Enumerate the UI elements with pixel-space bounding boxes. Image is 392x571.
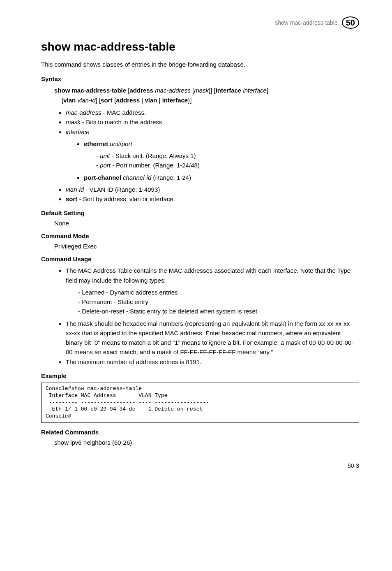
kw-port-channel: port-channel <box>84 174 121 181</box>
param-desc: - VLAN ID (Range: 1-4093) <box>84 186 160 193</box>
usage-types-list: Learned - Dynamic address entries Perman… <box>66 288 359 316</box>
default-setting-text: None <box>54 220 359 227</box>
interface-sublist: ethernet unit/port unit - Stack unit. (R… <box>66 139 359 182</box>
command-mode-heading: Command Mode <box>41 232 359 239</box>
param-desc: - Bits to match in the address. <box>81 118 164 125</box>
kw-address: address <box>129 87 153 94</box>
param-name: interface <box>66 128 90 135</box>
default-setting-heading: Default Setting <box>41 209 359 216</box>
param-name: mac-address <box>66 109 101 116</box>
example-heading: Example <box>41 372 359 379</box>
param-vlan-id: vlan-id - VLAN ID (Range: 1-4093) <box>66 185 359 194</box>
txt: [ <box>191 87 194 94</box>
kw-sort: sort <box>101 97 112 104</box>
usage-type-permanent: Permanent - Static entry <box>84 297 359 306</box>
txt: ] [ <box>96 97 101 104</box>
arg-port: port <box>122 140 132 147</box>
example-code-block: Console#show mac-address-table Interface… <box>41 383 359 423</box>
related-commands-text: show ipv6 neighbors (60-26) <box>54 439 359 446</box>
param-name: vlan-id <box>66 186 84 193</box>
page-number: 50-3 <box>41 462 359 469</box>
param-desc: - Port number. (Range: 1-24/48) <box>111 162 200 169</box>
syntax-line-2: [vlan vlan-id] [sort {address | vlan | i… <box>62 95 359 105</box>
param-desc: - Stack unit. (Range: Always 1) <box>110 152 196 159</box>
kw-interface2: interface <box>162 97 188 104</box>
param-port-channel: port-channel channel-id (Range: 1-24) <box>84 173 359 182</box>
kw-address2: address <box>116 97 140 104</box>
param-desc: (Range: 1-24) <box>151 174 191 181</box>
param-interface: interface ethernet unit/port unit - Stac… <box>66 127 359 182</box>
kw-interface: interface <box>216 87 242 94</box>
ethernet-sublist: unit - Stack unit. (Range: Always 1) por… <box>84 151 359 170</box>
txt: }] <box>188 97 191 104</box>
kw-show-mac: show mac-address-table <box>54 87 126 94</box>
param-unit: unit - Stack unit. (Range: Always 1) <box>102 151 359 160</box>
syntax-heading: Syntax <box>41 75 359 82</box>
syntax-line-1: show mac-address-table [address mac-addr… <box>54 86 359 95</box>
page-title: show mac-address-table <box>41 40 359 53</box>
param-port: port - Port number. (Range: 1-24/48) <box>102 160 359 170</box>
param-name: mask <box>66 118 81 125</box>
command-mode-text: Privileged Exec <box>54 243 359 250</box>
param-desc: - Sort by address, vlan or interface. <box>77 195 175 202</box>
txt: | <box>157 97 162 104</box>
chapter-number-badge: 50 <box>342 16 359 29</box>
param-name: port <box>100 162 111 169</box>
arg-mask: mask <box>194 87 209 94</box>
arg-unit: unit <box>110 140 120 147</box>
running-header: show mac-address-table 50 <box>41 16 359 29</box>
command-usage-list: The MAC Address Table contains the MAC a… <box>41 266 359 367</box>
param-mask: mask - Bits to match in the address. <box>66 117 359 127</box>
usage-item-2: The mask should be hexadecimal numbers (… <box>66 319 359 357</box>
command-usage-heading: Command Usage <box>41 255 359 262</box>
usage-item-3: The maximum number of address entries is… <box>66 357 359 367</box>
txt: ] <box>267 87 268 94</box>
kw-vlan: vlan <box>63 97 76 104</box>
usage-type-delete-on-reset: Delete-on-reset - Static entry to be del… <box>84 306 359 316</box>
param-name: unit <box>100 152 110 159</box>
related-commands-heading: Related Commands <box>41 429 359 436</box>
kw-sort2: sort <box>66 195 77 202</box>
usage-item-1: The MAC Address Table contains the MAC a… <box>66 266 359 316</box>
running-title: show mac-address-table <box>275 19 338 26</box>
intro-paragraph: This command shows classes of entries in… <box>41 60 359 69</box>
txt: | <box>140 97 145 104</box>
param-desc: - MAC address. <box>101 109 146 116</box>
arg-channel-id: channel-id <box>123 174 151 181</box>
arg-mac-address: mac-address <box>155 87 191 94</box>
arg-interface: interface <box>243 87 267 94</box>
usage-text: The MAC Address Table contains the MAC a… <box>66 267 350 283</box>
syntax-params-list: mac-address - MAC address. mask - Bits t… <box>41 108 359 204</box>
txt: { <box>112 97 116 104</box>
txt: ]] [ <box>209 87 216 94</box>
arg-vlan-id: vlan-id <box>77 97 95 104</box>
usage-type-learned: Learned - Dynamic address entries <box>84 288 359 297</box>
kw-vlan2: vlan <box>145 97 157 104</box>
param-mac-address: mac-address - MAC address. <box>66 108 359 117</box>
kw-ethernet: ethernet <box>84 140 108 147</box>
param-sort: sort - Sort by address, vlan or interfac… <box>66 194 359 204</box>
param-ethernet: ethernet unit/port unit - Stack unit. (R… <box>84 139 359 170</box>
